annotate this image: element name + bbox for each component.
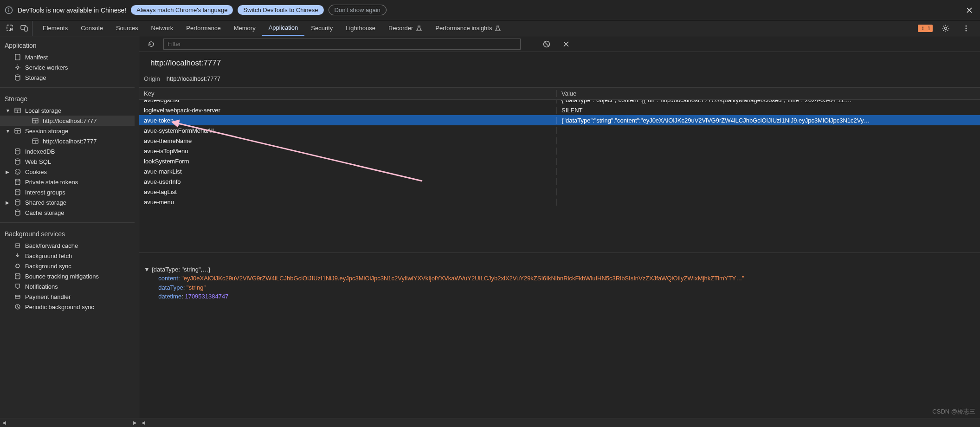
tab-security[interactable]: Security [304, 20, 339, 36]
svg-point-29 [15, 75, 20, 77]
chevron-right-icon: ▶ [6, 200, 10, 205]
always-match-language-button[interactable]: Always match Chrome's language [131, 5, 233, 15]
json-preview: ▼ {dataType: "string",…} content: "eyJ0e… [139, 253, 980, 313]
application-sidebar[interactable]: Application Manifest Service workers Sto… [0, 36, 139, 418]
storage-panel: http://localhost:7777 Origin http://loca… [139, 36, 980, 418]
main-tabbar: ElementsConsoleSourcesNetworkPerformance… [0, 20, 980, 36]
column-value[interactable]: Value [557, 90, 980, 97]
filter-input[interactable] [163, 39, 521, 50]
sidebar-item-cache-storage[interactable]: Cache storage [0, 207, 135, 218]
switch-to-chinese-button[interactable]: Switch DevTools to Chinese [238, 5, 323, 15]
svg-point-43 [15, 159, 20, 161]
sidebar-item-background-fetch[interactable]: Background fetch [0, 251, 135, 261]
tab-memory[interactable]: Memory [227, 20, 262, 36]
table-row[interactable]: avue-logsList{"dataType":"object","conte… [139, 100, 980, 105]
delete-icon[interactable] [559, 37, 574, 52]
svg-point-24 [17, 66, 19, 69]
settings-icon[interactable] [938, 21, 953, 36]
table-row[interactable]: avue-userInfo [139, 176, 980, 187]
sidebar-item-background-sync[interactable]: Background sync [0, 261, 135, 271]
scroll-right-icon[interactable]: ▶ [132, 419, 138, 426]
svg-point-42 [15, 149, 20, 150]
dont-show-again-button[interactable]: Don't show again [329, 5, 387, 15]
refresh-icon[interactable] [144, 37, 159, 52]
svg-point-21 [966, 27, 967, 29]
bottom-scrollbar[interactable]: ◀▶ ◀ [0, 418, 980, 427]
sidebar-item-manifest[interactable]: Manifest [0, 52, 135, 62]
sidebar-item-indexeddb[interactable]: IndexedDB [0, 146, 135, 156]
table-row[interactable]: loglevel:webpack-dev-serverSILENT [139, 105, 980, 115]
svg-point-51 [15, 210, 20, 212]
sidebar-item-service-workers[interactable]: Service workers [0, 62, 135, 72]
sidebar-item-back-forward-cache[interactable]: Back/forward cache [0, 240, 135, 251]
more-icon[interactable] [959, 21, 974, 36]
tab-performance[interactable]: Performance [180, 20, 227, 36]
table-row[interactable]: lookSystemForm [139, 156, 980, 166]
tab-console[interactable]: Console [74, 20, 110, 36]
watermark: CSDN @桥志三 [932, 408, 975, 416]
flask-icon [416, 25, 422, 32]
sidebar-item-payment-handler[interactable]: Payment handler [0, 291, 135, 302]
svg-point-47 [17, 173, 18, 174]
sidebar-item-local-storage-origin[interactable]: http://localhost:7777 [0, 116, 135, 126]
sidebar-item-cookies[interactable]: ▶ Cookies [0, 167, 135, 177]
sidebar-item-shared-storage[interactable]: ▶ Shared storage [0, 197, 135, 207]
table-row[interactable]: avue-tagList [139, 187, 980, 197]
scroll-left-icon[interactable]: ◀ [1, 419, 7, 426]
svg-point-1 [8, 8, 9, 9]
sidebar-item-storage[interactable]: Storage [0, 72, 135, 83]
tab-network[interactable]: Network [145, 20, 180, 36]
svg-rect-10 [922, 29, 923, 30]
sidebar-item-bounce-tracking-mitigations[interactable]: Bounce tracking mitigations [0, 271, 135, 281]
tab-application[interactable]: Application [262, 20, 305, 36]
tab-recorder[interactable]: Recorder [382, 20, 429, 36]
sidebar-section-background: Background services [0, 227, 135, 240]
svg-point-52 [15, 273, 20, 275]
table-row[interactable]: avue-token{"dataType":"string","content"… [139, 115, 980, 125]
issues-badge[interactable]: 1 [918, 25, 933, 32]
svg-point-11 [945, 27, 947, 29]
sidebar-item-notifications[interactable]: Notifications [0, 281, 135, 291]
sidebar-item-local-storage[interactable]: ▼ Local storage [0, 105, 135, 116]
tab-performance-insights[interactable]: Performance insights [429, 20, 508, 36]
scroll-left-icon[interactable]: ◀ [140, 419, 147, 426]
device-toggle-icon[interactable] [18, 21, 32, 36]
svg-point-45 [16, 171, 17, 172]
svg-point-44 [15, 169, 20, 175]
inspect-icon[interactable] [3, 21, 18, 36]
svg-rect-9 [922, 26, 923, 28]
table-row[interactable]: avue-markList [139, 166, 980, 176]
svg-line-17 [948, 30, 948, 31]
table-row[interactable]: avue-themeName [139, 136, 980, 146]
close-icon[interactable] [963, 7, 975, 13]
chevron-down-icon: ▼ [6, 108, 10, 113]
clear-all-icon[interactable] [539, 37, 554, 52]
flask-icon [495, 25, 501, 32]
sidebar-item-interest-groups[interactable]: Interest groups [0, 187, 135, 197]
table-row[interactable]: avue-systemFormMenuAll [139, 125, 980, 136]
svg-point-46 [18, 172, 19, 173]
svg-point-50 [15, 200, 20, 201]
sidebar-item-periodic-background-sync[interactable]: Periodic background sync [0, 302, 135, 312]
svg-point-20 [966, 25, 967, 26]
storage-toolbar [139, 36, 980, 52]
sidebar-item-session-storage-origin[interactable]: http://localhost:7777 [0, 136, 135, 146]
table-row[interactable]: avue-isTopMenu [139, 146, 980, 156]
svg-rect-5 [25, 27, 27, 31]
column-key[interactable]: Key [139, 90, 557, 97]
svg-rect-2 [8, 9, 9, 12]
svg-line-57 [544, 42, 549, 46]
sidebar-item-websql[interactable]: Web SQL [0, 156, 135, 167]
svg-line-18 [948, 26, 948, 26]
table-row[interactable]: avue-menu [139, 197, 980, 207]
tab-lighthouse[interactable]: Lighthouse [339, 20, 382, 36]
tab-elements[interactable]: Elements [36, 20, 74, 36]
storage-table: Key Value avue-logsList{"dataType":"obje… [139, 87, 980, 253]
tab-sources[interactable]: Sources [110, 20, 145, 36]
origin-info: Origin http://localhost:7777 [139, 72, 980, 87]
chevron-right-icon: ▶ [6, 169, 10, 175]
sidebar-item-private-state-tokens[interactable]: Private state tokens [0, 177, 135, 187]
sidebar-section-storage: Storage [0, 92, 135, 105]
infobar-text: DevTools is now available in Chinese! [18, 6, 126, 14]
sidebar-item-session-storage[interactable]: ▼ Session storage [0, 126, 135, 136]
